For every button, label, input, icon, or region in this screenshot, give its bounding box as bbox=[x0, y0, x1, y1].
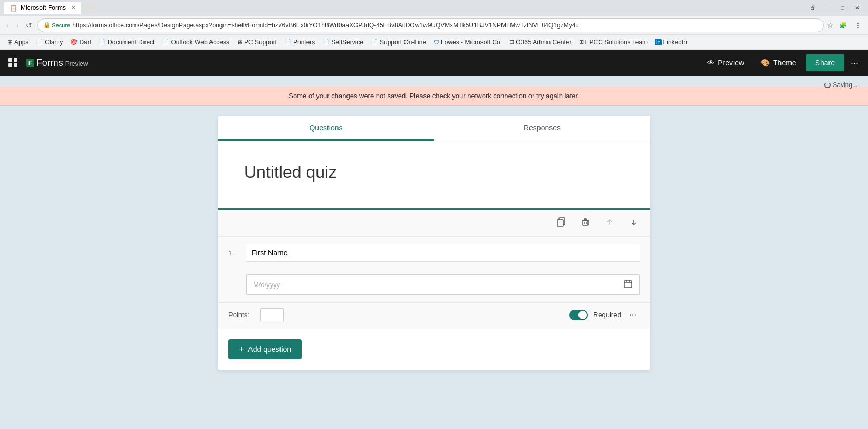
restore-down-icon[interactable]: 🗗 bbox=[806, 4, 820, 13]
quiz-title[interactable]: Untitled quiz bbox=[244, 163, 624, 182]
outlook-icon: 📄 bbox=[162, 39, 169, 45]
saving-indicator: Saving... bbox=[824, 81, 857, 89]
printer-icon: 📄 bbox=[284, 39, 292, 45]
quiz-content: Untitled quiz bbox=[218, 141, 650, 208]
question-actions bbox=[218, 210, 650, 237]
office-icon: ⊞ bbox=[509, 39, 514, 45]
dart-icon: 🎯 bbox=[70, 39, 78, 45]
question-more-button[interactable]: ··· bbox=[626, 309, 640, 321]
preview-button[interactable]: 👁 Preview bbox=[700, 55, 751, 70]
epcc-icon: ⊞ bbox=[579, 39, 584, 45]
add-icon: + bbox=[239, 345, 244, 354]
question-number: 1. bbox=[228, 249, 241, 257]
app-grid-button[interactable] bbox=[5, 55, 21, 71]
svg-rect-0 bbox=[8, 58, 12, 62]
bookmark-linkedin[interactable]: in LinkedIn bbox=[652, 37, 690, 47]
theme-icon: 🎨 bbox=[761, 59, 770, 67]
doc-icon: 📄 bbox=[36, 39, 43, 45]
app-bar: F Forms Preview 👁 Preview 🎨 Theme Share … bbox=[0, 50, 868, 76]
add-question-row: + Add question bbox=[218, 329, 650, 370]
grid-icon: ⊞ bbox=[7, 39, 13, 46]
svg-rect-11 bbox=[624, 281, 632, 288]
selfservice-icon: 📄 bbox=[322, 39, 330, 45]
bookmark-outlook[interactable]: 📄 Outlook Web Access bbox=[159, 37, 233, 47]
app-bar-actions: 👁 Preview 🎨 Theme Share ··· bbox=[700, 54, 863, 71]
bookmark-o365[interactable]: ⊞ O365 Admin Center bbox=[506, 37, 574, 47]
question-row: 1. bbox=[228, 244, 640, 262]
address-bar: ‹ › ↺ 🔒 Secure https://forms.office.com/… bbox=[0, 16, 868, 35]
date-input[interactable]: M/d/yyyy bbox=[246, 274, 640, 295]
delete-question-button[interactable] bbox=[577, 215, 593, 231]
minimize-icon[interactable]: ─ bbox=[822, 4, 835, 13]
lock-icon: 🔒 bbox=[43, 22, 51, 28]
bookmark-selfservice[interactable]: 📄 SelfService bbox=[319, 37, 367, 47]
tab-title: Microsoft Forms bbox=[21, 4, 66, 12]
forms-icon: F bbox=[26, 59, 34, 67]
main-area: Some of your changes were not saved. Ple… bbox=[0, 76, 868, 429]
new-tab-button[interactable] bbox=[84, 2, 97, 14]
required-label: Required bbox=[593, 311, 621, 319]
move-down-button[interactable] bbox=[626, 215, 642, 231]
notification-message: Some of your changes were not saved. Ple… bbox=[288, 92, 579, 100]
maximize-icon[interactable]: □ bbox=[836, 4, 848, 13]
browser-menu-button[interactable]: ⋮ bbox=[852, 20, 864, 31]
browser-tab[interactable]: 📋 Microsoft Forms ✕ bbox=[4, 2, 81, 14]
doc2-icon: 📄 bbox=[99, 39, 106, 45]
calendar-icon bbox=[623, 279, 633, 290]
tab-favicon: 📋 bbox=[9, 4, 17, 12]
question-content: 1. bbox=[218, 237, 650, 269]
copy-question-button[interactable] bbox=[553, 215, 569, 231]
date-placeholder: M/d/yyyy bbox=[253, 281, 280, 289]
support-online-icon: 📄 bbox=[371, 39, 378, 45]
preview-icon: 👁 bbox=[707, 59, 715, 67]
tab-close-icon[interactable]: ✕ bbox=[71, 5, 76, 12]
form-container: Questions Responses Untitled quiz bbox=[218, 116, 650, 370]
tab-responses[interactable]: Responses bbox=[434, 116, 650, 141]
tabs-row: Questions Responses bbox=[218, 116, 650, 141]
bookmark-clarity[interactable]: 📄 Clarity bbox=[33, 37, 66, 47]
svg-rect-5 bbox=[557, 220, 563, 226]
close-window-icon[interactable]: ✕ bbox=[851, 4, 864, 13]
bookmark-support-online[interactable]: 📄 Support On-Line bbox=[368, 37, 429, 47]
bookmarks-bar: ⊞ Apps 📄 Clarity 🎯 Dart 📄 Document Direc… bbox=[0, 35, 868, 50]
bookmark-star-button[interactable]: ☆ bbox=[827, 21, 834, 30]
saving-spinner bbox=[824, 82, 831, 88]
points-label: Points: bbox=[228, 311, 249, 319]
forward-button[interactable]: › bbox=[14, 20, 21, 31]
points-input[interactable] bbox=[260, 308, 284, 321]
title-bar: 📋 Microsoft Forms ✕ 🗗 ─ □ ✕ bbox=[0, 0, 868, 16]
forms-text: Forms bbox=[36, 58, 63, 69]
question-title-input[interactable] bbox=[246, 244, 640, 262]
theme-button[interactable]: 🎨 Theme bbox=[754, 55, 804, 70]
extensions-button[interactable]: 🧩 bbox=[837, 21, 849, 30]
notification-bar: Some of your changes were not saved. Ple… bbox=[0, 87, 868, 106]
bookmark-document-direct[interactable]: 📄 Document Direct bbox=[95, 37, 158, 47]
url-text: https://forms.office.com/Pages/DesignPag… bbox=[72, 22, 579, 29]
support-icon: 🖥 bbox=[237, 39, 243, 45]
share-button[interactable]: Share bbox=[806, 54, 844, 71]
bookmark-epcc[interactable]: ⊞ EPCC Solutions Team bbox=[576, 37, 651, 47]
linkedin-icon: in bbox=[655, 39, 662, 45]
bookmark-lowes[interactable]: 🛡 Lowes - Microsoft Co. bbox=[430, 37, 505, 47]
svg-rect-2 bbox=[8, 63, 12, 67]
secure-indicator: 🔒 Secure bbox=[43, 22, 70, 28]
add-question-button[interactable]: + Add question bbox=[228, 339, 302, 359]
tab-questions[interactable]: Questions bbox=[218, 116, 434, 141]
bookmark-dart[interactable]: 🎯 Dart bbox=[67, 37, 94, 47]
saving-text: Saving... bbox=[833, 81, 857, 89]
bookmark-printers[interactable]: 📄 Printers bbox=[281, 37, 318, 47]
bookmark-pcsupport[interactable]: 🖥 PC Support bbox=[234, 37, 280, 47]
move-up-button[interactable] bbox=[602, 215, 618, 231]
window-controls: 🗗 ─ □ ✕ bbox=[806, 4, 864, 13]
svg-rect-3 bbox=[14, 63, 17, 67]
app-more-button[interactable]: ··· bbox=[846, 55, 863, 71]
back-button[interactable]: ‹ bbox=[4, 20, 11, 31]
svg-rect-1 bbox=[14, 58, 17, 62]
svg-rect-6 bbox=[583, 220, 588, 225]
url-bar[interactable]: 🔒 Secure https://forms.office.com/Pages/… bbox=[37, 18, 824, 32]
bookmark-apps[interactable]: ⊞ Apps bbox=[4, 37, 32, 47]
refresh-button[interactable]: ↺ bbox=[24, 20, 34, 31]
required-toggle[interactable] bbox=[569, 310, 588, 320]
add-question-label: Add question bbox=[248, 345, 291, 354]
question-block: 1. M/d/yyyy bbox=[218, 208, 650, 329]
